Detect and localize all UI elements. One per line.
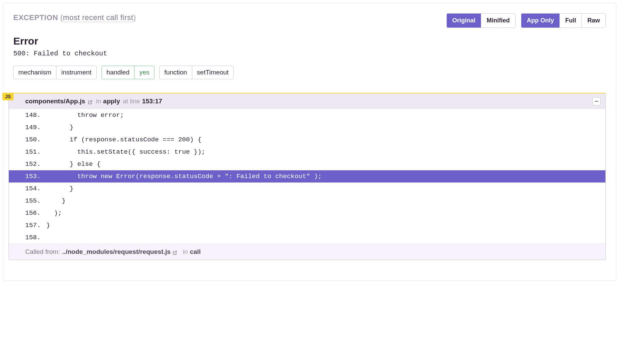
frame-function: apply xyxy=(103,98,120,105)
code-text: this.setState({ success: true }); xyxy=(46,148,605,156)
code-line: 153. throw new Error(response.statusCode… xyxy=(9,170,605,183)
called-from-in-label: in xyxy=(183,248,188,256)
line-number: 150. xyxy=(25,136,46,143)
code-text: } xyxy=(46,222,605,229)
tag-key: mechanism xyxy=(14,66,56,79)
code-text: } xyxy=(46,197,605,205)
frame-header[interactable]: components/App.js in apply at line 153:1… xyxy=(9,93,605,109)
sort-order-toggle[interactable]: most recent call first xyxy=(63,13,133,22)
minus-icon xyxy=(595,101,598,102)
frame-at-label: at line xyxy=(123,98,140,105)
error-message: 500: Failed to checkout xyxy=(13,50,606,57)
code-line: 150. if (response.statusCode === 200) { xyxy=(9,134,605,146)
code-text: if (response.statusCode === 200) { xyxy=(46,136,605,143)
collapse-button[interactable] xyxy=(592,97,601,105)
scope-toggle-group: App OnlyFullRaw xyxy=(521,13,606,28)
exception-heading: EXCEPTION (most recent call first) xyxy=(13,13,136,22)
code-context: 148. throw error;149. }150. if (response… xyxy=(9,109,605,244)
scope-toggle-raw-button[interactable]: Raw xyxy=(582,14,605,28)
source-toggle-original-button[interactable]: Original xyxy=(447,14,481,28)
code-line: 149. } xyxy=(9,121,605,134)
tag-value: instrument xyxy=(56,66,96,79)
line-number: 158. xyxy=(25,234,46,241)
tag-mechanism[interactable]: mechanisminstrument xyxy=(13,66,97,79)
frame-footer: Called from: ../node_modules/request/req… xyxy=(9,244,605,260)
code-line: 152. } else { xyxy=(9,158,605,170)
tag-value: yes xyxy=(134,66,154,79)
line-number: 154. xyxy=(25,185,46,192)
toggle-groups: OriginalMinified App OnlyFullRaw xyxy=(446,13,606,28)
header-row: EXCEPTION (most recent call first) Origi… xyxy=(13,13,606,28)
external-link-icon[interactable] xyxy=(88,99,93,104)
called-from-label: Called from: xyxy=(25,248,60,256)
code-text: throw new Error(response.statusCode + ":… xyxy=(46,173,605,180)
line-number: 152. xyxy=(25,160,46,168)
scope-toggle-full-button[interactable]: Full xyxy=(559,14,582,28)
line-number: 155. xyxy=(25,197,46,205)
line-number: 148. xyxy=(25,111,46,119)
line-number: 149. xyxy=(25,124,46,131)
tag-function[interactable]: functionsetTimeout xyxy=(159,66,234,79)
code-line: 151. this.setState({ success: true }); xyxy=(9,146,605,158)
source-toggle-minified-button[interactable]: Minified xyxy=(481,14,515,28)
code-text: } xyxy=(46,185,605,192)
tag-key: handled xyxy=(102,66,134,79)
scope-toggle-app-only-button[interactable]: App Only xyxy=(521,14,559,28)
code-line: 155. } xyxy=(9,195,605,207)
code-line: 154. } xyxy=(9,183,605,195)
stack-frame-wrapper: JS components/App.js in apply at line 15… xyxy=(9,93,606,260)
stack-frame: components/App.js in apply at line 153:1… xyxy=(9,93,606,260)
frame-file: components/App.js xyxy=(25,98,85,105)
called-from-file: ../node_modules/request/request.js xyxy=(62,248,170,256)
error-title: Error xyxy=(13,35,606,47)
line-number: 151. xyxy=(25,148,46,156)
code-line: 157.} xyxy=(9,219,605,231)
line-number: 153. xyxy=(25,173,46,180)
language-badge: JS xyxy=(2,93,14,100)
tag-value: setTimeout xyxy=(192,66,233,79)
code-text xyxy=(46,234,605,241)
exception-label-text: EXCEPTION xyxy=(13,13,58,22)
frame-in-label: in xyxy=(96,98,101,105)
code-text: } xyxy=(46,124,605,131)
line-number: 157. xyxy=(25,222,46,229)
external-link-icon[interactable] xyxy=(173,249,177,254)
called-from-function: call xyxy=(190,248,201,256)
tag-handled[interactable]: handledyes xyxy=(101,66,154,79)
tags-row: mechanisminstrumenthandledyesfunctionset… xyxy=(13,66,606,79)
tag-key: function xyxy=(160,66,192,79)
code-text: } else { xyxy=(46,160,605,168)
line-number: 156. xyxy=(25,209,46,217)
code-line: 158. xyxy=(9,231,605,244)
exception-panel: EXCEPTION (most recent call first) Origi… xyxy=(3,3,616,281)
frame-line-col: 153:17 xyxy=(142,98,162,105)
code-text: throw error; xyxy=(46,111,605,119)
code-line: 156. ); xyxy=(9,207,605,219)
source-toggle-group: OriginalMinified xyxy=(446,13,516,28)
code-text: ); xyxy=(46,209,605,217)
code-line: 148. throw error; xyxy=(9,109,605,121)
